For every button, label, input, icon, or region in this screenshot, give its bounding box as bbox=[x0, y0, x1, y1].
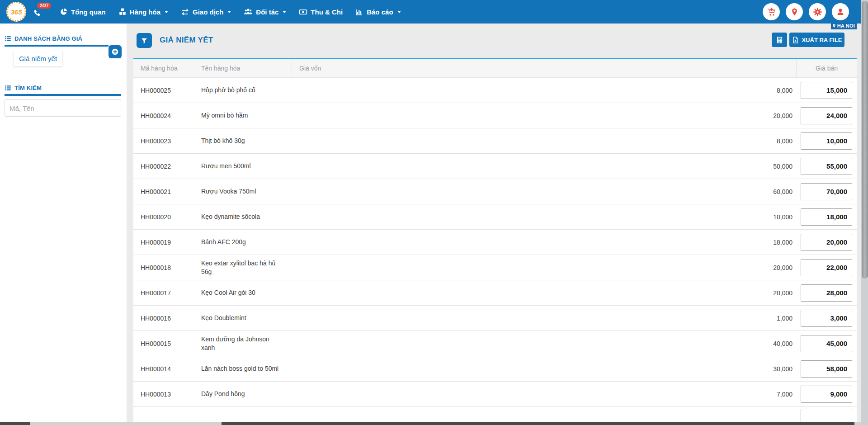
table-row[interactable]: HH000020 Kẹo dynamite sôcola 10,000 bbox=[133, 204, 857, 230]
nav-item-doi-tac[interactable]: Đối tác bbox=[237, 0, 292, 24]
column-header-price[interactable]: Giá bán bbox=[797, 59, 857, 77]
location-button[interactable] bbox=[786, 3, 803, 20]
nav-item-giao-dich[interactable]: Giao dịch bbox=[175, 0, 237, 24]
nav-item-tong-quan[interactable]: Tổng quan bbox=[53, 0, 112, 24]
hotline-button[interactable]: 24/7 bbox=[33, 5, 42, 18]
row-name: Hộp phở bò phố cổ bbox=[196, 83, 292, 97]
export-file-button[interactable]: XUẤT RA FILE bbox=[789, 33, 844, 47]
row-price-input[interactable] bbox=[801, 335, 852, 352]
price-list-section-title: DANH SÁCH BẢNG GIÁ bbox=[14, 35, 82, 42]
row-name: Kẹo Cool Air gói 30 bbox=[196, 286, 292, 300]
table-row[interactable]: HH000017 Kẹo Cool Air gói 30 20,000 bbox=[133, 280, 857, 306]
table-row[interactable]: HH000024 Mỳ omni bò hầm 20,000 bbox=[133, 103, 857, 128]
chevron-down-icon bbox=[283, 11, 286, 13]
row-cost: 1,000 bbox=[292, 315, 797, 322]
export-file-label: XUẤT RA FILE bbox=[802, 37, 842, 43]
table-row[interactable]: HH000018 Kẹo extar xylitol bac hà hũ 56g… bbox=[133, 255, 857, 280]
nav-item-label: Báo cáo bbox=[367, 8, 393, 16]
goods-icon bbox=[118, 8, 127, 16]
price-list-item-label: Giá niêm yết bbox=[19, 55, 57, 62]
column-header-name[interactable]: Tên hàng hóa bbox=[196, 59, 292, 77]
reports-icon bbox=[355, 8, 363, 16]
vertical-scrollbar-thumb[interactable] bbox=[862, 1, 868, 279]
table-row[interactable]: HH000025 Hộp phở bò phố cổ 8,000 bbox=[133, 78, 857, 103]
row-cost: 20,000 bbox=[292, 264, 797, 271]
column-header-cost[interactable]: Giá vốn bbox=[292, 59, 797, 77]
dashboard-icon bbox=[60, 8, 68, 16]
nav-item-label: Giao dịch bbox=[193, 8, 223, 16]
row-price-input[interactable] bbox=[801, 386, 852, 403]
section-divider bbox=[5, 94, 121, 96]
nav-item-hang-hoa[interactable]: Hàng hóa bbox=[112, 0, 175, 24]
calculator-icon bbox=[776, 36, 783, 44]
table-row[interactable]: HH000021 Rượu Vooka 750ml 60,000 bbox=[133, 179, 857, 204]
row-price-input[interactable] bbox=[801, 360, 852, 378]
table-row[interactable]: HH000016 Kẹo Doublemint 1,000 bbox=[133, 306, 857, 331]
nav-item-bao-cao[interactable]: Báo cáo bbox=[349, 0, 407, 24]
cart-button[interactable] bbox=[763, 3, 780, 20]
cashflow-icon bbox=[299, 8, 307, 16]
table-row[interactable]: HH000014 Lăn nách boss gold to 50ml 30,0… bbox=[133, 356, 857, 382]
row-cost: 40,000 bbox=[292, 340, 797, 347]
account-button[interactable] bbox=[832, 3, 849, 20]
table-row[interactable]: HH000015 Kem dưỡng da Johnson xanh 40,00… bbox=[133, 331, 857, 356]
price-list-section-header: DANH SÁCH BẢNG GIÁ bbox=[5, 35, 127, 42]
row-name: Lăn nách boss gold to 50ml bbox=[196, 362, 292, 376]
row-price-input[interactable] bbox=[801, 82, 852, 99]
row-code: HH000021 bbox=[133, 188, 196, 195]
row-name bbox=[196, 407, 292, 412]
row-price-input[interactable] bbox=[801, 259, 852, 276]
user-icon bbox=[836, 7, 845, 16]
vertical-scrollbar[interactable] bbox=[861, 0, 868, 425]
row-code: HH000022 bbox=[133, 163, 196, 170]
excel-file-icon bbox=[792, 36, 799, 44]
table-row[interactable]: HH000023 Thịt bò khô 30g 8,000 bbox=[133, 128, 857, 154]
row-code: HH000020 bbox=[133, 213, 196, 221]
search-input[interactable] bbox=[5, 99, 121, 117]
row-price-input[interactable] bbox=[801, 158, 852, 175]
row-price-input[interactable] bbox=[801, 284, 852, 302]
price-list-item-gia-niem-yet[interactable]: Giá niêm yết bbox=[14, 50, 62, 66]
table-row[interactable]: HH000022 Rượu men 500ml 50,000 bbox=[133, 154, 857, 179]
search-section-header: TÌM KIẾM bbox=[5, 85, 127, 91]
row-price-input[interactable] bbox=[801, 107, 852, 124]
location-icon bbox=[790, 8, 799, 16]
phone-icon bbox=[33, 9, 42, 18]
page-title: GIÁ NIÊM YẾT bbox=[160, 36, 213, 45]
partners-icon bbox=[244, 7, 253, 16]
calculator-button[interactable] bbox=[772, 33, 787, 47]
add-price-list-button[interactable] bbox=[108, 45, 122, 58]
branch-badge-label: HA NOI bbox=[837, 23, 855, 28]
row-code: HH000017 bbox=[133, 289, 196, 297]
table-body: HH000025 Hộp phở bò phố cổ 8,000 HH00002… bbox=[133, 78, 857, 407]
nav-item-label: Hàng hóa bbox=[130, 8, 160, 16]
row-name: Bánh AFC 200g bbox=[196, 235, 292, 249]
horizontal-scrollbar[interactable] bbox=[0, 422, 861, 425]
row-price-input[interactable] bbox=[801, 310, 852, 327]
filter-button[interactable] bbox=[137, 33, 152, 48]
row-price-input[interactable] bbox=[801, 132, 852, 150]
list-icon bbox=[5, 85, 11, 91]
row-name: Rượu men 500ml bbox=[196, 159, 292, 173]
settings-button[interactable] bbox=[809, 3, 826, 20]
table-row[interactable]: HH000019 Bánh AFC 200g 18,000 bbox=[133, 230, 857, 255]
table-row[interactable]: HH000013 Dây Pond hồng 7,000 bbox=[133, 382, 857, 407]
nav-item-thu-chi[interactable]: Thu & Chi bbox=[292, 0, 349, 24]
row-cost: 60,000 bbox=[292, 188, 797, 195]
content-header: GIÁ NIÊM YẾT HA NOI XUẤT RA FILE bbox=[127, 24, 861, 58]
row-code: HH000016 bbox=[133, 315, 196, 322]
row-cost: 20,000 bbox=[292, 112, 797, 119]
row-name: Mỳ omni bò hầm bbox=[196, 109, 292, 123]
column-header-code[interactable]: Mã hàng hóa bbox=[133, 59, 196, 77]
row-price-input[interactable] bbox=[801, 208, 852, 226]
row-code: HH000015 bbox=[133, 340, 196, 347]
navbar-quick-actions bbox=[763, 3, 862, 20]
nav-item-label: Đối tác bbox=[256, 8, 278, 16]
row-cost: 7,000 bbox=[292, 391, 797, 398]
row-price-input[interactable] bbox=[801, 234, 852, 251]
row-price-input[interactable] bbox=[801, 183, 852, 200]
horizontal-scrollbar-thumb[interactable] bbox=[222, 422, 854, 425]
row-code: HH000025 bbox=[133, 87, 196, 94]
app-logo[interactable]: 365 bbox=[6, 2, 26, 22]
row-code: HH000014 bbox=[133, 365, 196, 373]
